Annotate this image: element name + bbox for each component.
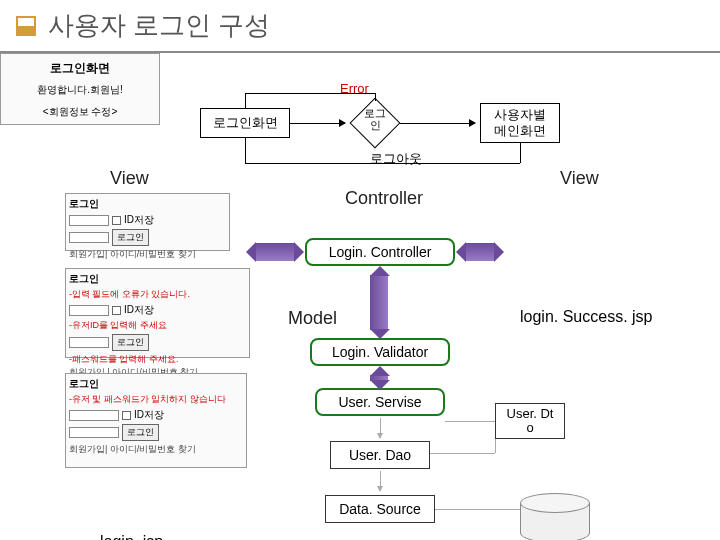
user-service-box: User. Servise [315, 388, 445, 416]
error-msg: -유저 및 패스워드가 일치하지 않습니다 [69, 393, 243, 406]
input-mock [69, 305, 109, 316]
error-msg: -유저ID를 입력해 주세요 [69, 319, 246, 332]
login-button-mock: 로그인 [122, 424, 159, 441]
error-msg: -입력 필드에 오류가 있습니다. [69, 288, 246, 301]
id-save-label: ID저장 [124, 303, 154, 317]
mockup-header: 로그인 [69, 377, 243, 391]
login-button-mock: 로그인 [112, 334, 149, 351]
input-mock [69, 232, 109, 243]
flow-line [245, 93, 246, 108]
view-title-left: View [110, 168, 149, 189]
flow-line [375, 93, 376, 101]
login-mockup-2: 로그인 -입력 필드에 오류가 있습니다. ID저장 -유저ID를 입력해 주세… [65, 268, 250, 358]
login-controller-box: Login. Controller [305, 238, 455, 266]
login-success-jsp-label: login. Success. jsp [520, 308, 653, 326]
connector-line [445, 421, 495, 422]
input-mock [69, 427, 119, 438]
bidirectional-arrow [465, 243, 495, 261]
title-bullet-icon [16, 16, 36, 36]
login-mockup-3: 로그인 -유저 및 패스워드가 일치하지 않습니다 ID저장 로그인 회원가입|… [65, 373, 247, 468]
input-mock [69, 337, 109, 348]
flow-line [245, 93, 375, 94]
bidirectional-arrow [255, 243, 295, 261]
diagram-canvas: Error 로그인화면 로그 인 사용자별 메인화면 로그아웃 View Con… [0, 53, 720, 540]
input-mock [69, 410, 119, 421]
controller-title: Controller [345, 188, 423, 209]
connector-line [430, 453, 495, 454]
login-button-mock: 로그인 [112, 229, 149, 246]
error-msg: -패스워드를 입력해 주세요. [69, 353, 246, 366]
login-jsp-label: login. jsp [100, 533, 163, 540]
logout-label: 로그아웃 [370, 150, 422, 168]
checkbox-icon [112, 216, 121, 225]
edit-link: <회원정보 수정> [7, 105, 153, 119]
connector-line [495, 439, 496, 453]
datasource-box: Data. Source [325, 495, 435, 523]
connector-line [435, 509, 520, 510]
page-title: 사용자 로그인 구성 [48, 8, 270, 43]
decision-diamond: 로그 인 [350, 98, 400, 148]
view-title-right: View [560, 168, 599, 189]
login-mockup-1: 로그인 ID저장 로그인 회원가입| 아이디/비밀번호 찾기 [65, 193, 230, 251]
mockup-footer: 회원가입| 아이디/비밀번호 찾기 [69, 443, 243, 456]
flow-line [520, 143, 521, 163]
login-success-mockup: 로그인화면 환영합니다.회원님! <회원정보 수정> [0, 53, 160, 125]
flow-line [245, 138, 246, 163]
mockup-header: 로그인 [69, 272, 246, 286]
success-header: 로그인화면 [7, 60, 153, 77]
checkbox-icon [112, 306, 121, 315]
welcome-text: 환영합니다.회원님! [7, 83, 153, 97]
login-screen-box: 로그인화면 [200, 108, 290, 138]
checkbox-icon [122, 411, 131, 420]
user-main-box: 사용자별 메인화면 [480, 103, 560, 143]
id-save-label: ID저장 [134, 408, 164, 422]
id-save-label: ID저장 [124, 213, 154, 227]
database-cylinder-icon [520, 493, 590, 540]
down-arrow [380, 471, 381, 491]
diamond-label: 로그 인 [350, 107, 400, 131]
arrow-line [400, 123, 475, 124]
model-title: Model [288, 308, 337, 329]
user-dao-box: User. Dao [330, 441, 430, 469]
login-validator-box: Login. Validator [310, 338, 450, 366]
bidirectional-arrow-v [370, 275, 388, 330]
down-arrow [380, 418, 381, 438]
arrow-line [290, 123, 345, 124]
mockup-footer: 회원가입| 아이디/비밀번호 찾기 [69, 248, 226, 261]
input-mock [69, 215, 109, 226]
mockup-header: 로그인 [69, 197, 226, 211]
title-bar: 사용자 로그인 구성 [0, 0, 720, 53]
flow-line [245, 163, 520, 164]
user-dto-box: User. Dt o [495, 403, 565, 439]
bidirectional-arrow-v [370, 375, 388, 381]
